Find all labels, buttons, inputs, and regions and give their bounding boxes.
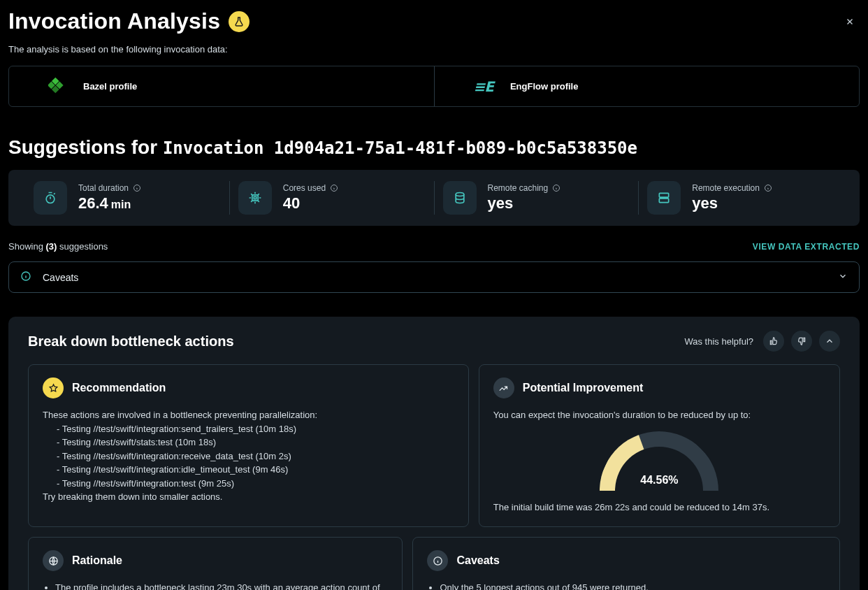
stat-exec-label: Remote execution	[692, 183, 760, 193]
info-icon	[20, 271, 31, 284]
improvement-percent: 44.56%	[596, 474, 722, 487]
reco-line-0: - Testing //test/swift/integration:send_…	[57, 422, 454, 436]
globe-icon	[43, 550, 64, 571]
rationale-panel: Rationale The profile includes a bottlen…	[28, 537, 403, 590]
recommendation-title: Recommendation	[72, 382, 166, 394]
stat-duration-value: 26.4	[78, 194, 108, 212]
close-button[interactable]	[840, 12, 860, 31]
view-data-extracted-link[interactable]: VIEW DATA EXTRACTED	[753, 242, 860, 252]
tab-bazel-label: Bazel profile	[83, 81, 137, 92]
server-icon	[647, 181, 681, 215]
info-icon[interactable]	[330, 184, 338, 192]
stat-remote-caching: Remote caching yes	[434, 181, 639, 215]
reco-line-2: - Testing //test/swift/integration:recei…	[57, 449, 454, 463]
header-subtitle: The analysis is based on the following i…	[8, 44, 860, 55]
caveats-accordion[interactable]: Caveats	[8, 261, 860, 293]
suggestion-card: Break down bottleneck actions Was this h…	[8, 317, 860, 590]
stopwatch-icon	[34, 181, 67, 215]
tab-bazel-profile[interactable]: Bazel profile	[9, 66, 434, 106]
tab-engflow-profile[interactable]: ≡E EngFlow profile	[434, 66, 860, 106]
bazel-icon	[48, 76, 66, 96]
info-icon[interactable]	[133, 184, 141, 192]
suggestion-card-title: Break down bottleneck actions	[28, 333, 234, 350]
page-title-text: Invocation Analysis	[8, 8, 220, 34]
suggestions-heading: Suggestions for Invocation 1d904a21-75a1…	[8, 136, 860, 159]
info-icon[interactable]	[552, 184, 560, 192]
improvement-title: Potential Improvement	[523, 382, 643, 394]
engflow-icon: ≡E	[474, 78, 493, 95]
caveats-accordion-title: Caveats	[43, 272, 78, 283]
recommendation-intro: These actions are involved in a bottlene…	[43, 408, 454, 422]
svg-rect-11	[660, 193, 669, 197]
stat-duration-label: Total duration	[78, 183, 129, 193]
stat-total-duration: Total duration 26.4min	[25, 181, 229, 215]
info-icon	[427, 550, 448, 571]
star-icon	[43, 377, 64, 398]
improvement-detail: The initial build time was 26m 22s and c…	[493, 501, 825, 515]
stat-caching-label: Remote caching	[488, 183, 549, 193]
improvement-intro: You can expect the invocation's duration…	[493, 408, 825, 422]
svg-rect-12	[660, 199, 669, 203]
reco-line-1: - Testing //test/swift/stats:test (10m 1…	[57, 436, 454, 449]
info-icon[interactable]	[764, 184, 772, 192]
stats-row: Total duration 26.4min Cores used	[8, 170, 860, 226]
recommendation-panel: Recommendation These actions are involve…	[28, 364, 469, 527]
stat-remote-execution: Remote execution yes	[638, 181, 843, 215]
improvement-gauge: 44.56%	[596, 428, 722, 491]
thumbs-down-button[interactable]	[791, 331, 812, 352]
suggestions-heading-prefix: Suggestions for	[8, 136, 163, 158]
profile-tabs: Bazel profile ≡E EngFlow profile	[8, 66, 860, 107]
showing-count: Showing (3) suggestions	[8, 241, 108, 252]
svg-point-9	[456, 193, 464, 196]
showing-prefix: Showing	[8, 241, 45, 252]
showing-number: (3)	[45, 241, 57, 252]
stat-cores-label: Cores used	[283, 183, 326, 193]
reco-line-3: - Testing //test/swift/integration:idle_…	[57, 463, 454, 477]
cpu-icon	[238, 181, 272, 215]
flask-badge-icon	[229, 11, 249, 32]
svg-point-4	[46, 195, 55, 203]
collapse-button[interactable]	[819, 331, 840, 352]
page-title: Invocation Analysis	[8, 8, 249, 34]
stat-exec-value: yes	[692, 194, 772, 213]
tab-engflow-label: EngFlow profile	[510, 81, 579, 92]
svg-rect-7	[254, 196, 256, 199]
caveats-bullet: Only the 5 longest actions out of 945 we…	[440, 581, 825, 590]
stat-cores-used: Cores used 40	[229, 181, 434, 215]
reco-line-4: - Testing //test/swift/integration:test …	[57, 477, 454, 491]
database-icon	[443, 181, 477, 215]
showing-suffix: suggestions	[57, 241, 108, 252]
rationale-title: Rationale	[72, 554, 122, 567]
stat-cores-value: 40	[283, 194, 338, 213]
invocation-id: Invocation 1d904a21-75a1-481f-b089-b0c5a…	[163, 138, 637, 158]
stat-caching-value: yes	[488, 194, 561, 213]
caveats-panel: Caveats Only the 5 longest actions out o…	[412, 537, 840, 590]
rationale-bullet: The profile includes a bottleneck lastin…	[55, 581, 388, 590]
recommendation-outro: Try breaking them down into smaller acti…	[43, 490, 454, 504]
svg-rect-6	[252, 195, 258, 201]
improvement-panel: Potential Improvement You can expect the…	[479, 364, 840, 527]
trend-up-icon	[493, 377, 514, 398]
feedback-question: Was this helpful?	[684, 336, 753, 347]
chevron-down-icon	[838, 271, 848, 283]
stat-duration-unit: min	[111, 199, 131, 210]
caveats-panel-title: Caveats	[456, 554, 499, 567]
thumbs-up-button[interactable]	[763, 331, 784, 352]
